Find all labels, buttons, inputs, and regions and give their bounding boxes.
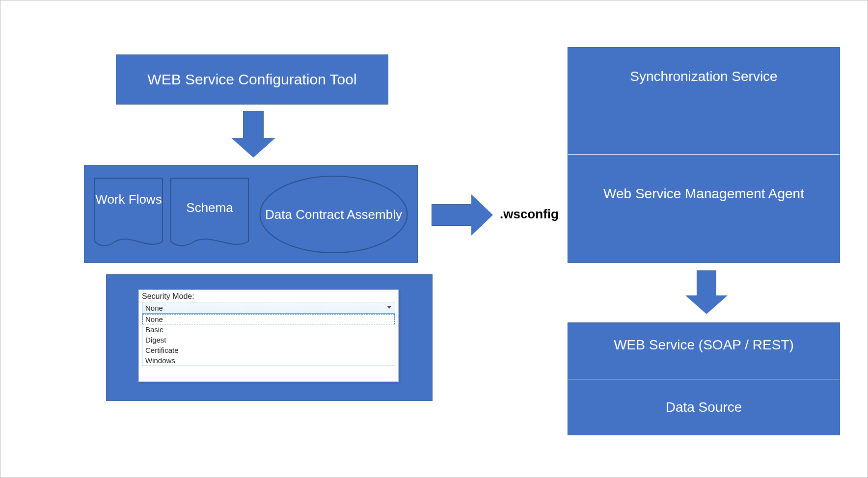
security-mode-label: Security Mode: (139, 290, 398, 302)
security-option-none[interactable]: None (142, 314, 395, 324)
right-stack: Synchronization Service Web Service Mana… (568, 47, 840, 263)
security-option-basic[interactable]: Basic (142, 324, 395, 335)
data-source-label: Data Source (666, 399, 742, 415)
components-container: Work Flows Schema Data Contract Assembly (84, 165, 418, 263)
workflows-doc: Work Flows (94, 178, 163, 251)
schema-label: Schema (170, 178, 249, 216)
security-option-digest[interactable]: Digest (142, 335, 395, 345)
arrow-wsconfig (432, 194, 493, 236)
data-contract-label: Data Contract Assembly (265, 207, 402, 223)
workflows-label: Work Flows (94, 178, 163, 208)
mgmt-agent-label: Web Service Management Agent (603, 186, 804, 202)
security-option-certificate[interactable]: Certificate (142, 345, 395, 355)
security-panel: Security Mode: None None Basic Digest Ce… (138, 290, 399, 382)
arrow-config-to-components (231, 111, 275, 158)
web-service-cell: WEB Service (SOAP / REST) (568, 323, 840, 379)
security-container: Security Mode: None None Basic Digest Ce… (106, 274, 433, 401)
chevron-down-icon (387, 306, 392, 309)
config-tool-label: WEB Service Configuration Tool (147, 71, 356, 88)
security-mode-select[interactable]: None (142, 302, 395, 314)
sync-service-cell: Synchronization Service (568, 48, 840, 155)
data-source-cell: Data Source (568, 379, 840, 435)
config-tool-box: WEB Service Configuration Tool (116, 54, 388, 105)
sync-service-label: Synchronization Service (630, 69, 777, 84)
data-contract-ellipse: Data Contract Assembly (259, 175, 408, 254)
security-option-windows[interactable]: Windows (142, 355, 395, 366)
arrow-agent-to-service (685, 270, 728, 315)
security-mode-listbox[interactable]: None Basic Digest Certificate Windows (142, 314, 395, 366)
schema-doc: Schema (170, 178, 249, 251)
mgmt-agent-cell: Web Service Management Agent (568, 155, 840, 263)
security-mode-selected: None (145, 304, 163, 312)
diagram-canvas: WEB Service Configuration Tool Work Flow… (0, 0, 868, 478)
wsconfig-label: .wsconfig (500, 207, 559, 222)
web-service-label: WEB Service (SOAP / REST) (614, 337, 794, 353)
bottom-stack: WEB Service (SOAP / REST) Data Source (568, 322, 840, 435)
